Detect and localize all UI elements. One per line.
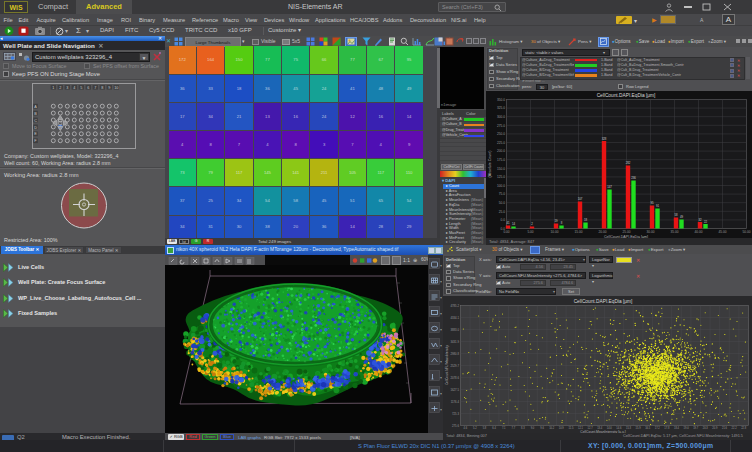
svg-text:3431.9: 3431.9 — [450, 340, 459, 344]
svg-text:D: D — [34, 126, 37, 130]
svg-text:19.7: 19.7 — [693, 426, 699, 430]
svg-text:1176.4: 1176.4 — [451, 400, 460, 404]
svg-text:58: 58 — [674, 213, 678, 217]
svg-text:5: 5 — [80, 86, 82, 90]
svg-text:22.2: 22.2 — [732, 426, 738, 430]
svg-text:▾: ▾ — [440, 375, 442, 380]
svg-text:14: 14 — [512, 222, 516, 226]
svg-text:41: 41 — [506, 221, 510, 225]
svg-text:275.0: 275.0 — [497, 124, 505, 128]
svg-text:20.9: 20.9 — [712, 426, 718, 430]
svg-text:300.0: 300.0 — [497, 115, 505, 119]
svg-text:22.8: 22.8 — [741, 426, 747, 430]
svg-text:275.6: 275.6 — [452, 424, 459, 428]
svg-text:5.2: 5.2 — [473, 426, 477, 430]
svg-text:50.0: 50.0 — [499, 201, 505, 205]
svg-text:107: 107 — [578, 197, 583, 201]
svg-text:325.0: 325.0 — [497, 106, 505, 110]
svg-text:2529.7: 2529.7 — [450, 364, 459, 368]
svg-text:125.0: 125.0 — [497, 175, 505, 179]
svg-text:▾: ▾ — [440, 391, 442, 396]
svg-text:35.00: 35.00 — [671, 230, 679, 234]
svg-text:9: 9 — [108, 86, 110, 90]
svg-text:250.0: 250.0 — [497, 132, 505, 136]
svg-text:2980.8: 2980.8 — [450, 352, 459, 356]
svg-text:45.00: 45.00 — [719, 230, 727, 234]
svg-text:75.0: 75.0 — [499, 192, 505, 196]
svg-text:147: 147 — [607, 185, 612, 189]
svg-text:▾: ▾ — [440, 279, 442, 284]
svg-text:30.00: 30.00 — [647, 230, 655, 234]
svg-text:15.3: 15.3 — [626, 426, 632, 430]
svg-text:2: 2 — [59, 86, 61, 90]
svg-text:8.3: 8.3 — [521, 426, 525, 430]
svg-text:3: 3 — [66, 86, 68, 90]
svg-text:▾: ▾ — [440, 343, 442, 348]
svg-text:10.00: 10.00 — [551, 230, 559, 234]
svg-text:22: 22 — [704, 220, 708, 224]
svg-text:5.8: 5.8 — [483, 426, 487, 430]
svg-text:15.00: 15.00 — [575, 230, 583, 234]
svg-text:▾: ▾ — [440, 311, 442, 316]
svg-text:1: 1 — [52, 86, 54, 90]
svg-text:350.0: 350.0 — [497, 98, 505, 102]
svg-text:25.00: 25.00 — [623, 230, 631, 234]
svg-text:19.0: 19.0 — [684, 426, 690, 430]
svg-text:7.7: 7.7 — [511, 426, 515, 430]
svg-text:20.00: 20.00 — [599, 230, 607, 234]
svg-text:5.00: 5.00 — [527, 230, 533, 234]
svg-text:4.6: 4.6 — [463, 426, 467, 430]
svg-text:CellCount.DAPI.EqDia [μm]: CellCount.DAPI.EqDia [μm] — [597, 93, 656, 98]
svg-text:100.0: 100.0 — [497, 184, 505, 188]
svg-text:8: 8 — [101, 86, 103, 90]
svg-text:CellCount.DAPI.EqDia [μm]: CellCount.DAPI.EqDia [μm] — [574, 299, 633, 304]
svg-text:200.0: 200.0 — [497, 149, 505, 153]
svg-text:B: B — [34, 112, 37, 116]
svg-text:19: 19 — [554, 219, 558, 223]
svg-text:▾: ▾ — [440, 295, 442, 300]
svg-text:0.0: 0.0 — [501, 218, 506, 222]
svg-text:10.9: 10.9 — [559, 426, 565, 430]
svg-text:6: 6 — [87, 86, 89, 90]
svg-text:▾: ▾ — [440, 263, 442, 268]
svg-text:▾: ▾ — [440, 359, 442, 364]
svg-text:▾: ▾ — [440, 407, 442, 412]
svg-text:C: C — [34, 119, 37, 123]
svg-text:10: 10 — [114, 86, 118, 90]
svg-text:725.3: 725.3 — [452, 412, 459, 416]
svg-text:32: 32 — [698, 218, 702, 222]
svg-text:175.0: 175.0 — [497, 158, 505, 162]
svg-text:236: 236 — [631, 176, 636, 180]
svg-text:225.0: 225.0 — [497, 141, 505, 145]
svg-text:15.9: 15.9 — [636, 426, 642, 430]
svg-text:(Absolute Count): (Absolute Count) — [488, 151, 492, 178]
svg-text:49: 49 — [680, 215, 684, 219]
svg-text:2078.6: 2078.6 — [450, 376, 459, 380]
svg-text:282: 282 — [626, 161, 631, 165]
svg-text:91: 91 — [656, 204, 660, 208]
svg-text:17.8: 17.8 — [664, 426, 670, 430]
svg-text:16.5: 16.5 — [645, 426, 651, 430]
svg-text:4785.2: 4785.2 — [450, 304, 459, 308]
svg-text:1627.5: 1627.5 — [450, 388, 459, 392]
svg-text:50.00: 50.00 — [743, 230, 751, 234]
svg-text:▾: ▾ — [440, 327, 442, 332]
svg-text:20.3: 20.3 — [703, 426, 709, 430]
svg-text:7: 7 — [94, 86, 96, 90]
svg-text:4334.1: 4334.1 — [450, 316, 459, 320]
svg-text:18: 18 — [584, 218, 588, 222]
svg-text:328: 328 — [602, 137, 607, 141]
svg-text:0.00: 0.00 — [503, 230, 509, 234]
svg-text:E: E — [34, 132, 37, 136]
svg-text:21.6: 21.6 — [722, 426, 728, 430]
svg-text:A: A — [34, 105, 37, 109]
svg-text:3883.0: 3883.0 — [450, 328, 459, 332]
svg-text:18.4: 18.4 — [674, 426, 680, 430]
svg-text:9.6: 9.6 — [540, 426, 544, 430]
svg-text:95: 95 — [650, 201, 654, 205]
svg-text:40.00: 40.00 — [695, 230, 703, 234]
svg-text:7.1: 7.1 — [502, 426, 506, 430]
svg-text:11.5: 11.5 — [568, 426, 573, 430]
svg-text:6.4: 6.4 — [492, 426, 496, 430]
svg-text:4: 4 — [73, 86, 75, 90]
